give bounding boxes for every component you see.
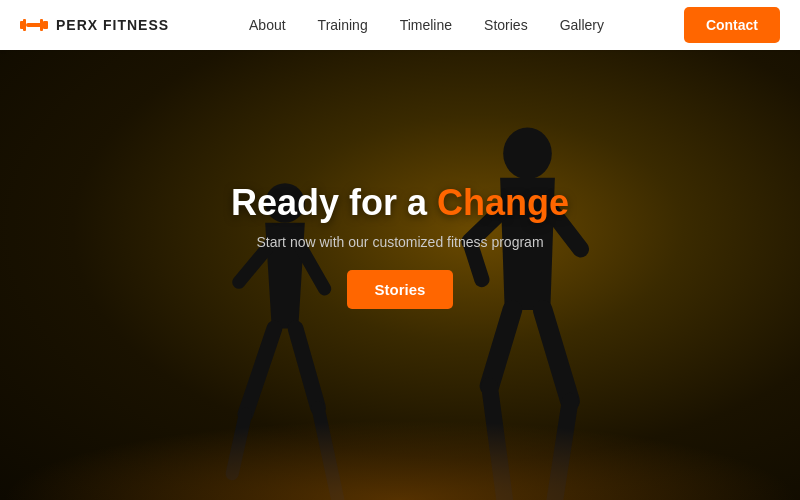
hero-title-normal: Ready for a xyxy=(231,182,437,223)
navbar: PERX FITNESS About Training Timeline Sto… xyxy=(0,0,800,50)
logo-icon xyxy=(20,16,48,34)
nav-item-timeline[interactable]: Timeline xyxy=(400,16,452,34)
nav-links: About Training Timeline Stories Gallery xyxy=(249,16,604,34)
svg-line-11 xyxy=(296,328,318,407)
svg-line-20 xyxy=(543,310,570,401)
brand-name: PERX FITNESS xyxy=(56,17,169,33)
svg-rect-4 xyxy=(43,21,48,29)
nav-item-training[interactable]: Training xyxy=(318,16,368,34)
nav-link-stories[interactable]: Stories xyxy=(484,17,528,33)
hero-title-highlight: Change xyxy=(437,182,569,223)
svg-line-9 xyxy=(245,328,274,414)
logo[interactable]: PERX FITNESS xyxy=(20,16,169,34)
svg-rect-1 xyxy=(23,19,26,31)
ground-glow xyxy=(0,420,800,500)
nav-item-gallery[interactable]: Gallery xyxy=(560,16,604,34)
dumbbell-icon xyxy=(20,16,48,34)
svg-line-18 xyxy=(490,310,513,386)
nav-item-about[interactable]: About xyxy=(249,16,286,34)
nav-link-gallery[interactable]: Gallery xyxy=(560,17,604,33)
stories-button[interactable]: Stories xyxy=(347,270,454,309)
svg-rect-2 xyxy=(26,23,42,27)
hero-subtitle: Start now with our customized fitness pr… xyxy=(231,234,569,250)
hero-title: Ready for a Change xyxy=(231,182,569,224)
svg-point-13 xyxy=(503,128,552,180)
contact-button[interactable]: Contact xyxy=(684,7,780,43)
hero-content: Ready for a Change Start now with our cu… xyxy=(231,182,569,309)
hero-section: Ready for a Change Start now with our cu… xyxy=(0,50,800,500)
nav-link-about[interactable]: About xyxy=(249,17,286,33)
svg-rect-3 xyxy=(40,19,43,31)
nav-link-timeline[interactable]: Timeline xyxy=(400,17,452,33)
nav-item-stories[interactable]: Stories xyxy=(484,16,528,34)
nav-link-training[interactable]: Training xyxy=(318,17,368,33)
